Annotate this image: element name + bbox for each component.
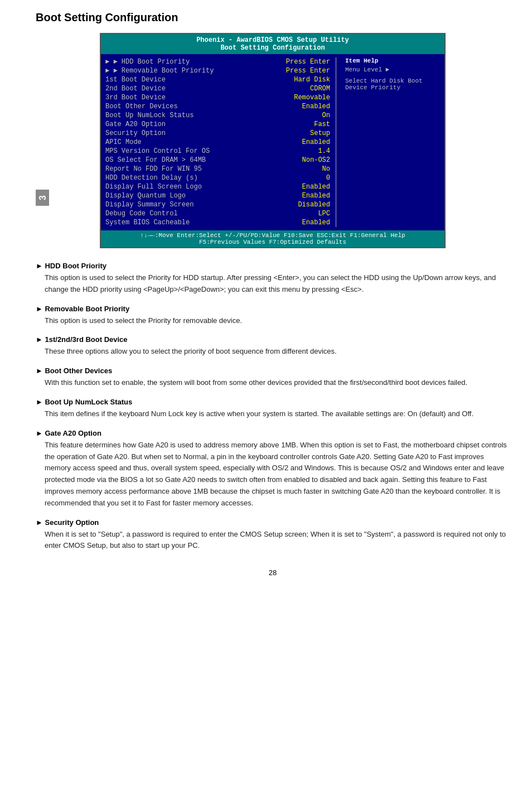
section-body-hdd-boot-priority: This option is used to select the Priori…: [45, 272, 510, 296]
bios-row-value: Press Enter: [286, 58, 330, 66]
bios-row-value: 0: [326, 174, 330, 182]
bios-row-value: No: [322, 165, 330, 173]
bios-row: Debug Code ControlLPC: [104, 209, 331, 218]
section-heading-boot-other-devices: ► Boot Other Devices: [36, 367, 510, 375]
bios-row-value: Removable: [294, 94, 330, 102]
sections-container: ► HDD Boot PriorityThis option is used t…: [36, 262, 510, 552]
section-body-boot-device: These three options allow you to select …: [45, 346, 510, 358]
bios-row-label: OS Select For DRAM > 64MB: [105, 156, 206, 164]
bios-row-value: Enabled: [302, 138, 330, 146]
bios-row: ► HDD Boot PriorityPress Enter: [104, 57, 331, 66]
bios-row-label: System BIOS Cacheable: [105, 219, 190, 226]
bios-row-label: Display Quantum Logo: [105, 192, 186, 200]
bios-row-label: Display Summary Screen: [105, 201, 194, 209]
section-body-security-option: When it is set to "Setup", a password is…: [45, 529, 510, 552]
bios-row: 1st Boot DeviceHard Disk: [104, 75, 331, 84]
bios-row-value: Enabled: [302, 103, 330, 110]
bios-row-value: Hard Disk: [294, 76, 330, 84]
bios-row-value: Setup: [310, 129, 330, 137]
bios-left-panel: ► HDD Boot PriorityPress Enter► Removabl…: [104, 57, 331, 227]
bios-row: 3rd Boot DeviceRemovable: [104, 93, 331, 102]
bios-row-value: Enabled: [302, 192, 330, 200]
bios-row-label: Gate A20 Option: [105, 120, 166, 128]
section-heading-security-option: ► Security Option: [36, 518, 510, 527]
bios-row-value: CDROM: [310, 85, 330, 93]
bios-row-label: MPS Version Control For OS: [105, 147, 210, 155]
bios-row: Gate A20 OptionFast: [104, 120, 331, 129]
section-body-boot-other-devices: With this function set to enable, the sy…: [45, 377, 510, 389]
bios-title: Phoenix - AwardBIOS CMOS Setup Utility B…: [101, 34, 444, 54]
bios-row-label: ► Removable Boot Priority: [105, 67, 214, 75]
bios-row: Display Quantum LogoEnabled: [104, 191, 331, 200]
bios-row: Boot Other DevicesEnabled: [104, 102, 331, 111]
section-heading-hdd-boot-priority: ► HDD Boot Priority: [36, 262, 510, 270]
bios-row-label: Display Full Screen Logo: [105, 183, 202, 191]
bios-row-value: Fast: [314, 120, 330, 128]
bios-row-label: APIC Mode: [105, 138, 142, 146]
bios-screen: Phoenix - AwardBIOS CMOS Setup Utility B…: [100, 33, 446, 248]
bios-row: OS Select For DRAM > 64MBNon-OS2: [104, 156, 331, 165]
section-heading-gate-a20: ► Gate A20 Option: [36, 429, 510, 437]
bios-row-label: 1st Boot Device: [105, 76, 166, 84]
bios-row-value: LPC: [318, 210, 330, 218]
bios-row: ► Removable Boot PriorityPress Enter: [104, 66, 331, 75]
section-body-gate-a20: This feature determines how Gate A20 is …: [45, 440, 510, 509]
bios-row: Display Full Screen LogoEnabled: [104, 182, 331, 191]
bios-row: Boot Up NumLock StatusOn: [104, 111, 331, 120]
bios-item-help: Item Help Menu Level ► Select Hard Disk …: [341, 57, 441, 227]
bios-row-label: Boot Other Devices: [105, 103, 178, 110]
bios-row-label: Boot Up NumLock Status: [105, 112, 194, 119]
bios-row: Display Summary ScreenDisabled: [104, 200, 331, 209]
bios-row: System BIOS CacheableEnabled: [104, 218, 331, 227]
section-heading-removable-boot-priority: ► Removable Boot Priority: [36, 305, 510, 313]
section-body-boot-numlock: This item defines if the keyboard Num Lo…: [45, 408, 510, 420]
page-title: Boot Setting Configuration: [36, 11, 510, 24]
bios-row-value: On: [322, 112, 330, 119]
bios-row-label: Report No FDD For WIN 95: [105, 165, 202, 173]
bios-row-value: Disabled: [298, 201, 330, 209]
bios-footer: ↑↓→←:Move Enter:Select +/-/PU/PD:Value F…: [101, 230, 444, 247]
bios-row-value: Press Enter: [286, 67, 330, 75]
section-heading-boot-device: ► 1st/2nd/3rd Boot Device: [36, 335, 510, 344]
page-number: 28: [36, 568, 510, 577]
bios-row: HDD Detection Delay (s)0: [104, 173, 331, 182]
bios-row: 2nd Boot DeviceCDROM: [104, 84, 331, 93]
bios-row: MPS Version Control For OS1.4: [104, 147, 331, 156]
bios-row-label: 3rd Boot Device: [105, 94, 166, 102]
bios-row-label: Debug Code Control: [105, 210, 178, 218]
bios-row-value: 1.4: [318, 147, 330, 155]
bios-row: Security OptionSetup: [104, 129, 331, 138]
bios-row-label: HDD Detection Delay (s): [105, 174, 198, 182]
bios-row-value: Enabled: [302, 219, 330, 226]
sidebar-number: 3: [36, 190, 49, 206]
bios-row-label: ► HDD Boot Priority: [105, 58, 190, 66]
bios-row: APIC ModeEnabled: [104, 138, 331, 147]
bios-row-value: Enabled: [302, 183, 330, 191]
section-heading-boot-numlock: ► Boot Up NumLock Status: [36, 398, 510, 406]
bios-row-label: 2nd Boot Device: [105, 85, 166, 93]
bios-row-value: Non-OS2: [302, 156, 330, 164]
section-body-removable-boot-priority: This option is used to select the Priori…: [45, 315, 510, 327]
bios-row-label: Security Option: [105, 129, 166, 137]
bios-row: Report No FDD For WIN 95No: [104, 165, 331, 173]
